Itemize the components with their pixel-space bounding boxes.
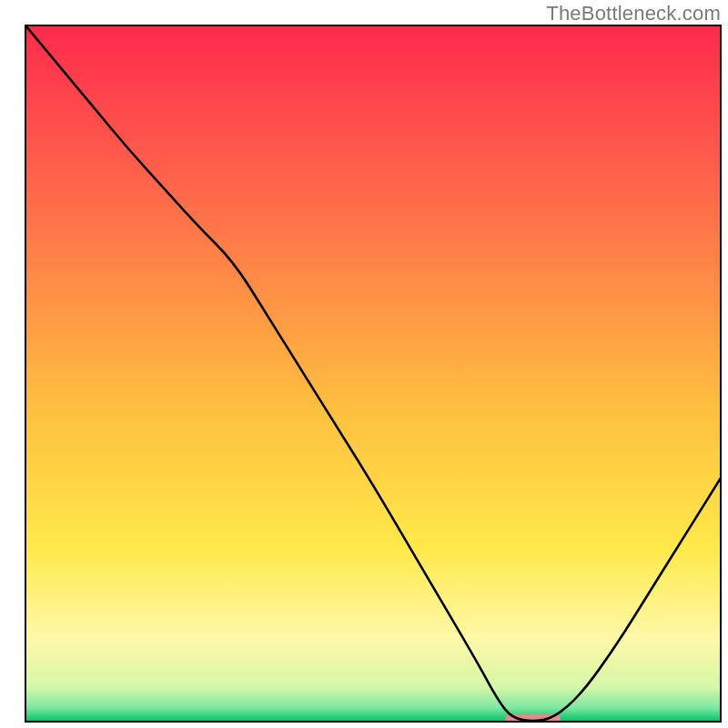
plot-area	[25, 25, 721, 725]
gradient-background	[25, 25, 721, 722]
chart-container: TheBottleneck.com	[0, 0, 728, 728]
chart-surface	[0, 0, 728, 728]
watermark-text: TheBottleneck.com	[546, 2, 721, 25]
